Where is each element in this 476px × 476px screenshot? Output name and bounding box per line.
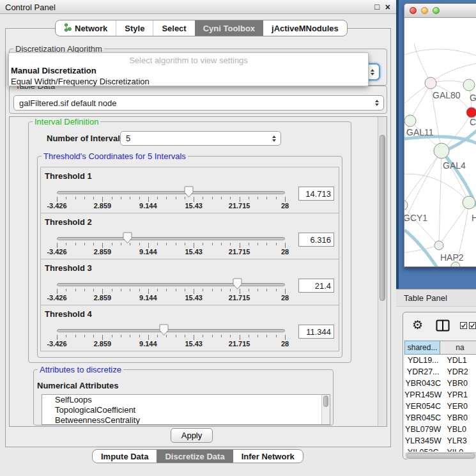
threshold-4-slider-track[interactable] bbox=[57, 329, 285, 332]
float-window-icon[interactable]: □ bbox=[374, 2, 380, 12]
table-cell: YIL052C bbox=[404, 447, 441, 452]
table-cell: YPR1 bbox=[441, 389, 476, 401]
tab-style[interactable]: Style bbox=[116, 20, 153, 36]
tick-label: 21.715 bbox=[229, 294, 250, 302]
tick-label: 21.715 bbox=[229, 202, 250, 210]
table-row[interactable]: YDL19...YDL1 bbox=[404, 355, 476, 366]
tab-impute-data[interactable]: Impute Data bbox=[93, 450, 157, 463]
table-panel-titlebar[interactable]: Table Panel bbox=[396, 289, 476, 307]
table-row[interactable]: YDR27...YDR2 bbox=[404, 366, 476, 378]
table-horizontal-scrollbar[interactable] bbox=[405, 452, 476, 459]
table-cell: YPR145W bbox=[404, 389, 441, 401]
close-window-icon[interactable]: × bbox=[385, 2, 390, 12]
tab-jactivemnodules[interactable]: jActiveMNodules bbox=[263, 20, 347, 36]
threshold-2-value-input[interactable]: 6.316 bbox=[298, 233, 334, 247]
table-row[interactable]: YER054CYER0 bbox=[404, 401, 476, 412]
tick-label: 9.144 bbox=[139, 294, 157, 302]
control-panel-title: Control Panel bbox=[5, 3, 56, 12]
tab-select[interactable]: Select bbox=[153, 20, 194, 36]
control-panel-titlebar[interactable]: Control Panel □ × bbox=[0, 0, 396, 14]
threshold-panel-2: Threshold 2-3.4262.8599.14415.4321.71528… bbox=[40, 213, 339, 259]
algorithm-dropdown-hint: Select algorithm to view settings bbox=[9, 53, 368, 65]
tab-infer-network[interactable]: Infer Network bbox=[233, 450, 303, 463]
network-node-h[interactable] bbox=[463, 196, 475, 209]
threshold-2-label: Threshold 2 bbox=[45, 217, 92, 227]
table-cell: YBR0 bbox=[441, 412, 476, 424]
slider-tick-labels: -3.4262.8599.14415.4321.71528 bbox=[57, 294, 285, 302]
slider-ticks bbox=[57, 335, 285, 340]
table-cell: YBR0 bbox=[441, 378, 476, 389]
algorithm-option-equal-width-frequency[interactable]: Equal Width/Frequency Discretization bbox=[9, 76, 368, 87]
tick-label: 9.144 bbox=[139, 340, 157, 348]
tab-style-label: Style bbox=[125, 24, 144, 33]
gear-icon[interactable]: ⚙ bbox=[412, 318, 423, 332]
minimize-traffic-light-icon[interactable] bbox=[421, 7, 428, 14]
threshold-list: Threshold 1-3.4262.8599.14415.4321.71528… bbox=[40, 167, 339, 351]
zoom-traffic-light-icon[interactable] bbox=[433, 7, 440, 14]
table-row[interactable]: YBL079WYBL0 bbox=[404, 424, 476, 435]
table-data-group: Table Data galFiltered.sif default node bbox=[9, 86, 387, 114]
table-row[interactable]: YBR045CYBR0 bbox=[404, 412, 476, 424]
threshold-3-label: Threshold 3 bbox=[45, 263, 92, 273]
table-data-combobox[interactable]: galFiltered.sif default node bbox=[13, 95, 384, 111]
slider-ticks bbox=[57, 243, 285, 248]
tab-select-label: Select bbox=[162, 24, 186, 33]
tab-cyni-toolbox[interactable]: Cyni Toolbox bbox=[195, 20, 263, 36]
network-node-gcy1[interactable] bbox=[404, 200, 408, 210]
table-panel-box: ⚙ shared...naYDL19...YDL1YDR27...YDR2YBR… bbox=[403, 312, 476, 459]
network-node-labels: GAL80GACGAL11GAL4GCY1HHAP2 bbox=[404, 90, 476, 263]
table-row[interactable]: YPR145WYPR1 bbox=[404, 389, 476, 401]
tab-discretize-data[interactable]: Discretize Data bbox=[157, 450, 233, 463]
apply-button[interactable]: Apply bbox=[171, 428, 213, 443]
network-node-ga[interactable] bbox=[463, 79, 475, 91]
node-label-gal4: GAL4 bbox=[443, 160, 466, 171]
threshold-3-value-input[interactable]: 21.4 bbox=[298, 279, 334, 293]
threshold-1-value-input[interactable]: 14.713 bbox=[298, 187, 334, 201]
combobox-stepper-icon bbox=[272, 135, 276, 142]
column-browser-icon[interactable] bbox=[436, 319, 450, 334]
number-of-intervals-combobox[interactable]: 5 bbox=[120, 131, 281, 146]
threshold-2-slider-track[interactable] bbox=[57, 237, 285, 240]
close-traffic-light-icon[interactable] bbox=[410, 7, 417, 14]
node-label-gcy1: GCY1 bbox=[404, 213, 427, 223]
table-row[interactable]: YLR345WYLR3 bbox=[404, 435, 476, 447]
slider-tick-labels: -3.4262.8599.14415.4321.71528 bbox=[57, 340, 285, 348]
table-row[interactable]: YIL052CYIL0 bbox=[404, 447, 476, 452]
column-header-name[interactable]: na bbox=[440, 341, 476, 355]
settings-scrollbar-thumb[interactable] bbox=[380, 135, 385, 301]
number-of-intervals-value: 5 bbox=[126, 134, 130, 143]
tab-network-label: Network bbox=[75, 24, 107, 33]
tab-network[interactable]: Network bbox=[56, 20, 116, 36]
table-cell: YBR045C bbox=[404, 412, 441, 424]
table-cell: YBR043C bbox=[404, 378, 441, 389]
network-node-hap2[interactable] bbox=[434, 241, 443, 250]
network-window[interactable]: GAL80GACGAL11GAL4GCY1HHAP2 bbox=[396, 0, 476, 289]
table-horizontal-scrollbar-thumb[interactable] bbox=[406, 453, 475, 459]
algorithm-option-manual-discretization[interactable]: Manual Discretization bbox=[9, 65, 368, 76]
network-node-gal80[interactable] bbox=[425, 77, 436, 89]
settings-scrollbar[interactable] bbox=[378, 117, 387, 426]
network-canvas[interactable]: GAL80GACGAL11GAL4GCY1HHAP2 bbox=[404, 18, 476, 266]
threshold-3-slider-track[interactable] bbox=[57, 283, 285, 286]
table-panel-title: Table Panel bbox=[404, 293, 447, 303]
column-header-shared-name[interactable]: shared... bbox=[404, 341, 440, 355]
tick-label: 28 bbox=[281, 248, 289, 256]
node-label-c: C bbox=[470, 117, 476, 127]
threshold-4-value-input[interactable]: 11.344 bbox=[298, 325, 334, 339]
node-table[interactable]: shared...naYDL19...YDL1YDR27...YDR2YBR04… bbox=[404, 341, 476, 452]
threshold-1-slider-track[interactable] bbox=[57, 191, 285, 194]
network-window-titlebar[interactable] bbox=[404, 4, 476, 18]
tick-label: -3.426 bbox=[47, 202, 66, 210]
network-node-c[interactable] bbox=[466, 107, 476, 118]
table-row[interactable]: YBR043CYBR0 bbox=[404, 378, 476, 389]
control-panel-window: Control Panel □ × NetworkStyleSelectCyni… bbox=[0, 0, 396, 476]
select-columns-icon[interactable] bbox=[460, 322, 476, 330]
threshold-4-label: Threshold 4 bbox=[45, 309, 92, 319]
tick-label: 28 bbox=[281, 202, 289, 210]
network-node-gal11[interactable] bbox=[404, 115, 416, 127]
network-node-gal4[interactable] bbox=[434, 143, 449, 158]
slider-tick-labels: -3.4262.8599.14415.4321.71528 bbox=[57, 248, 285, 256]
node-label-gal80: GAL80 bbox=[433, 90, 461, 100]
tab-infer-network-label: Infer Network bbox=[242, 452, 295, 461]
network-node[interactable] bbox=[451, 262, 460, 266]
